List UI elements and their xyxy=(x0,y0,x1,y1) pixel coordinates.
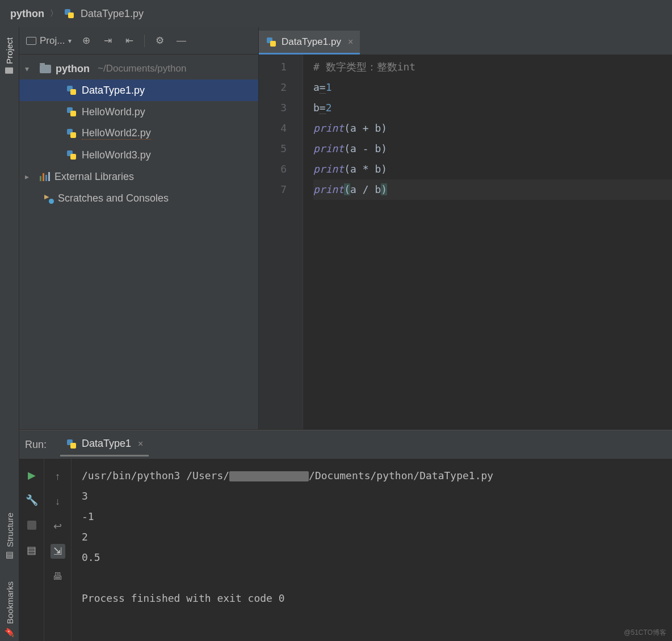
project-tab-label: Project xyxy=(5,37,14,64)
stop-button[interactable] xyxy=(26,519,38,531)
project-title-label: Proj... xyxy=(40,35,65,47)
python-file-icon xyxy=(66,106,77,118)
gear-icon[interactable]: ⚙ xyxy=(153,34,166,48)
tree-root[interactable]: python ~/Documents/python xyxy=(19,58,258,79)
output-line: 2 xyxy=(82,527,662,547)
run-tab-label: DataType1 xyxy=(82,438,131,450)
structure-icon: ▤ xyxy=(5,551,15,561)
run-panel: Run: DataType1 × ▶ 🔧 ▤ ↑ ↓ ↩ xyxy=(19,430,672,641)
line-number: 5 xyxy=(259,139,287,159)
python-file-icon xyxy=(66,438,77,450)
collapse-all-icon[interactable]: ⇤ xyxy=(123,34,136,48)
libraries-icon xyxy=(40,172,50,181)
line-number: 2 xyxy=(259,77,287,98)
bookmarks-tab-label: Bookmarks xyxy=(5,581,14,624)
editor-tab-datatype1[interactable]: DataType1.py × xyxy=(259,31,360,55)
bookmark-icon: 🔖 xyxy=(5,627,15,638)
output-line: -1 xyxy=(82,506,662,527)
chevron-right-icon: 〉 xyxy=(50,9,58,19)
tree-scratches-label: Scratches and Consoles xyxy=(58,192,169,204)
python-file-icon xyxy=(66,85,77,96)
line-number: 6 xyxy=(259,159,287,179)
project-tab[interactable]: Project xyxy=(2,34,16,77)
editor-tab-label: DataType1.py xyxy=(282,36,341,48)
expand-all-icon[interactable]: ⇥ xyxy=(101,34,115,48)
python-file-icon xyxy=(66,128,77,139)
close-icon[interactable]: × xyxy=(138,439,143,449)
tree-file-label: HelloWorld.py xyxy=(82,106,145,118)
project-dropdown[interactable]: Proj... ▾ xyxy=(26,35,72,47)
line-number: 7 xyxy=(259,179,287,200)
bookmarks-tab[interactable]: 🔖 Bookmarks xyxy=(2,578,17,641)
line-number: 1 xyxy=(259,57,287,77)
python-file-icon xyxy=(66,149,77,161)
left-tool-strip: Project ▤ Structure 🔖 Bookmarks xyxy=(0,27,19,641)
down-arrow-icon[interactable]: ↓ xyxy=(51,494,65,509)
chevron-down-icon: ▾ xyxy=(68,37,72,45)
breadcrumb-root[interactable]: python xyxy=(10,8,44,20)
scroll-to-end-button[interactable]: ⇲ xyxy=(51,544,65,559)
edit-config-button[interactable]: 🔧 xyxy=(26,494,38,506)
editor-gutter: 1 2 3 4 5 6 7 xyxy=(259,55,303,429)
tree-external-libraries[interactable]: External Libraries xyxy=(19,166,258,187)
tree-root-name: python xyxy=(56,63,90,75)
tree-external-label: External Libraries xyxy=(54,171,134,183)
expand-arrow-icon[interactable] xyxy=(25,172,35,181)
editor-tabs: DataType1.py × xyxy=(259,27,672,55)
print-icon[interactable]: 🖶 xyxy=(51,569,65,584)
line-number: 3 xyxy=(259,98,287,118)
run-tab-datatype1[interactable]: DataType1 × xyxy=(60,433,149,456)
run-toolbar-secondary: ↑ ↓ ↩ ⇲ 🖶 xyxy=(44,459,72,641)
tree-file-label: HelloWorld2.py xyxy=(82,127,151,140)
python-file-icon xyxy=(64,8,75,19)
structure-tab-label: Structure xyxy=(5,513,14,547)
structure-tab[interactable]: ▤ Structure xyxy=(2,509,17,564)
tree-file-helloworld3[interactable]: HelloWorld3.py xyxy=(19,144,258,166)
tree-file-datatype1[interactable]: DataType1.py xyxy=(19,79,258,101)
editor-body[interactable]: 1 2 3 4 5 6 7 # 数字类型：整数int a=1 b=2 print… xyxy=(259,55,672,429)
project-panel-header: Proj... ▾ ⊕ ⇥ ⇤ ⚙ — xyxy=(19,27,258,55)
tree-file-helloworld2[interactable]: HelloWorld2.py xyxy=(19,123,258,144)
up-arrow-icon[interactable]: ↑ xyxy=(51,469,65,484)
breadcrumb-file[interactable]: DataType1.py xyxy=(81,8,144,20)
run-label: Run: xyxy=(25,439,47,451)
project-tree: python ~/Documents/python DataType1.py H… xyxy=(19,55,258,209)
tree-file-helloworld[interactable]: HelloWorld.py xyxy=(19,101,258,123)
run-panel-header: Run: DataType1 × xyxy=(19,430,672,459)
watermark: @51CTO博客 xyxy=(624,628,666,638)
run-command: /usr/bin/python3 /Users//Documents/pytho… xyxy=(82,466,662,486)
line-number: 4 xyxy=(259,118,287,139)
tree-file-label: DataType1.py xyxy=(82,85,145,97)
soft-wrap-button[interactable]: ↩ xyxy=(51,519,65,534)
tree-file-label: HelloWorld3.py xyxy=(82,149,151,161)
locate-icon[interactable]: ⊕ xyxy=(79,34,93,48)
hide-icon[interactable]: — xyxy=(174,34,188,48)
editor-code[interactable]: # 数字类型：整数int a=1 b=2 print(a + b) print(… xyxy=(303,55,672,429)
redacted-segment xyxy=(229,471,309,481)
divider xyxy=(144,35,145,47)
output-line: 0.5 xyxy=(82,547,662,568)
folder-icon xyxy=(40,65,51,73)
code-comment: # 数字类型：整数int xyxy=(313,61,415,73)
python-file-icon xyxy=(266,36,277,48)
project-icon xyxy=(26,37,36,45)
tree-scratches[interactable]: Scratches and Consoles xyxy=(19,187,258,209)
tree-root-path: ~/Documents/python xyxy=(98,63,186,74)
folder-icon xyxy=(6,68,14,74)
run-toolbar-primary: ▶ 🔧 ▤ xyxy=(19,459,44,641)
expand-arrow-icon[interactable] xyxy=(25,64,35,73)
breadcrumb: python 〉 DataType1.py xyxy=(0,0,672,27)
close-icon[interactable]: × xyxy=(348,37,353,47)
scratches-icon xyxy=(43,193,53,203)
rerun-button[interactable]: ▶ xyxy=(26,469,38,481)
run-output[interactable]: /usr/bin/python3 /Users//Documents/pytho… xyxy=(72,459,672,641)
project-panel: Proj... ▾ ⊕ ⇥ ⇤ ⚙ — python ~/Document xyxy=(19,27,259,429)
output-line: 3 xyxy=(82,486,662,506)
editor-panel: DataType1.py × 1 2 3 4 5 6 7 # xyxy=(259,27,672,429)
layout-button[interactable]: ▤ xyxy=(26,544,38,556)
exit-message: Process finished with exit code 0 xyxy=(82,588,662,609)
